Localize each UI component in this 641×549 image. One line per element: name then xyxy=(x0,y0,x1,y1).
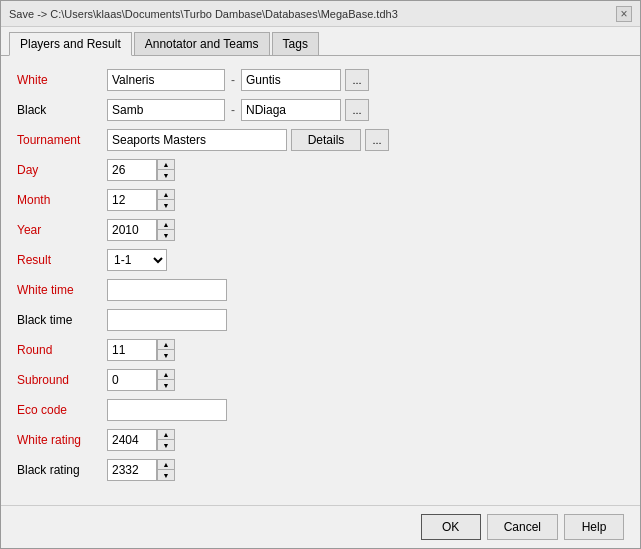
tournament-browse-button[interactable]: ... xyxy=(365,129,389,151)
black-time-row: Black time xyxy=(17,308,624,332)
tournament-label: Tournament xyxy=(17,133,107,147)
white-rating-spinner-buttons: ▲ ▼ xyxy=(157,429,175,451)
black-label: Black xyxy=(17,103,107,117)
title-bar-text: Save -> C:\Users\klaas\Documents\Turbo D… xyxy=(9,8,398,20)
day-decrement-button[interactable]: ▼ xyxy=(158,170,174,180)
subround-label: Subround xyxy=(17,373,107,387)
white-rating-label: White rating xyxy=(17,433,107,447)
subround-spinner-buttons: ▲ ▼ xyxy=(157,369,175,391)
tournament-input[interactable] xyxy=(107,129,287,151)
month-spinner-buttons: ▲ ▼ xyxy=(157,189,175,211)
title-bar: Save -> C:\Users\klaas\Documents\Turbo D… xyxy=(1,1,640,27)
white-time-input[interactable] xyxy=(107,279,227,301)
white-lastname-input[interactable] xyxy=(241,69,341,91)
tab-players-result[interactable]: Players and Result xyxy=(9,32,132,56)
year-spinner-buttons: ▲ ▼ xyxy=(157,219,175,241)
white-time-label: White time xyxy=(17,283,107,297)
month-label: Month xyxy=(17,193,107,207)
month-decrement-button[interactable]: ▼ xyxy=(158,200,174,210)
result-label: Result xyxy=(17,253,107,267)
year-input[interactable] xyxy=(107,219,157,241)
white-separator: - xyxy=(229,73,237,87)
round-input[interactable] xyxy=(107,339,157,361)
white-inputs: - ... xyxy=(107,69,624,91)
year-decrement-button[interactable]: ▼ xyxy=(158,230,174,240)
round-spinner: ▲ ▼ xyxy=(107,339,175,361)
subround-spinner: ▲ ▼ xyxy=(107,369,175,391)
white-rating-input[interactable] xyxy=(107,429,157,451)
day-label: Day xyxy=(17,163,107,177)
round-row: Round ▲ ▼ xyxy=(17,338,624,362)
year-row: Year ▲ ▼ xyxy=(17,218,624,242)
black-inputs: - ... xyxy=(107,99,624,121)
black-separator: - xyxy=(229,103,237,117)
black-rating-decrement-button[interactable]: ▼ xyxy=(158,470,174,480)
white-rating-decrement-button[interactable]: ▼ xyxy=(158,440,174,450)
black-time-input[interactable] xyxy=(107,309,227,331)
eco-label: Eco code xyxy=(17,403,107,417)
round-increment-button[interactable]: ▲ xyxy=(158,340,174,350)
day-increment-button[interactable]: ▲ xyxy=(158,160,174,170)
black-rating-increment-button[interactable]: ▲ xyxy=(158,460,174,470)
form-content: White - ... Black - ... Tournament D xyxy=(1,56,640,505)
black-rating-input[interactable] xyxy=(107,459,157,481)
black-rating-label: Black rating xyxy=(17,463,107,477)
result-row: Result 1-1 1-0 0-1 ½-½ * xyxy=(17,248,624,272)
black-row: Black - ... xyxy=(17,98,624,122)
subround-input[interactable] xyxy=(107,369,157,391)
month-input[interactable] xyxy=(107,189,157,211)
close-button[interactable]: × xyxy=(616,6,632,22)
black-rating-spinner: ▲ ▼ xyxy=(107,459,175,481)
subround-row: Subround ▲ ▼ xyxy=(17,368,624,392)
month-increment-button[interactable]: ▲ xyxy=(158,190,174,200)
main-window: Save -> C:\Users\klaas\Documents\Turbo D… xyxy=(0,0,641,549)
round-decrement-button[interactable]: ▼ xyxy=(158,350,174,360)
details-button[interactable]: Details xyxy=(291,129,361,151)
white-row: White - ... xyxy=(17,68,624,92)
cancel-button[interactable]: Cancel xyxy=(487,514,558,540)
tab-annotator-teams[interactable]: Annotator and Teams xyxy=(134,32,270,56)
year-increment-button[interactable]: ▲ xyxy=(158,220,174,230)
round-label: Round xyxy=(17,343,107,357)
month-spinner: ▲ ▼ xyxy=(107,189,175,211)
subround-increment-button[interactable]: ▲ xyxy=(158,370,174,380)
round-spinner-buttons: ▲ ▼ xyxy=(157,339,175,361)
eco-row: Eco code xyxy=(17,398,624,422)
year-label: Year xyxy=(17,223,107,237)
month-row: Month ▲ ▼ xyxy=(17,188,624,212)
white-label: White xyxy=(17,73,107,87)
footer: OK Cancel Help xyxy=(1,505,640,548)
white-firstname-input[interactable] xyxy=(107,69,225,91)
year-spinner: ▲ ▼ xyxy=(107,219,175,241)
black-lastname-input[interactable] xyxy=(241,99,341,121)
tab-tags[interactable]: Tags xyxy=(272,32,319,56)
black-time-label: Black time xyxy=(17,313,107,327)
ok-button[interactable]: OK xyxy=(421,514,481,540)
eco-input[interactable] xyxy=(107,399,227,421)
day-input[interactable] xyxy=(107,159,157,181)
help-button[interactable]: Help xyxy=(564,514,624,540)
white-time-row: White time xyxy=(17,278,624,302)
black-rating-spinner-buttons: ▲ ▼ xyxy=(157,459,175,481)
white-browse-button[interactable]: ... xyxy=(345,69,369,91)
white-rating-spinner: ▲ ▼ xyxy=(107,429,175,451)
black-firstname-input[interactable] xyxy=(107,99,225,121)
day-spinner: ▲ ▼ xyxy=(107,159,175,181)
tournament-row: Tournament Details ... xyxy=(17,128,624,152)
tab-bar: Players and Result Annotator and Teams T… xyxy=(1,27,640,56)
result-select[interactable]: 1-1 1-0 0-1 ½-½ * xyxy=(107,249,167,271)
subround-decrement-button[interactable]: ▼ xyxy=(158,380,174,390)
black-rating-row: Black rating ▲ ▼ xyxy=(17,458,624,482)
white-rating-increment-button[interactable]: ▲ xyxy=(158,430,174,440)
white-rating-row: White rating ▲ ▼ xyxy=(17,428,624,452)
tournament-inputs: Details ... xyxy=(107,129,624,151)
day-row: Day ▲ ▼ xyxy=(17,158,624,182)
day-spinner-buttons: ▲ ▼ xyxy=(157,159,175,181)
black-browse-button[interactable]: ... xyxy=(345,99,369,121)
